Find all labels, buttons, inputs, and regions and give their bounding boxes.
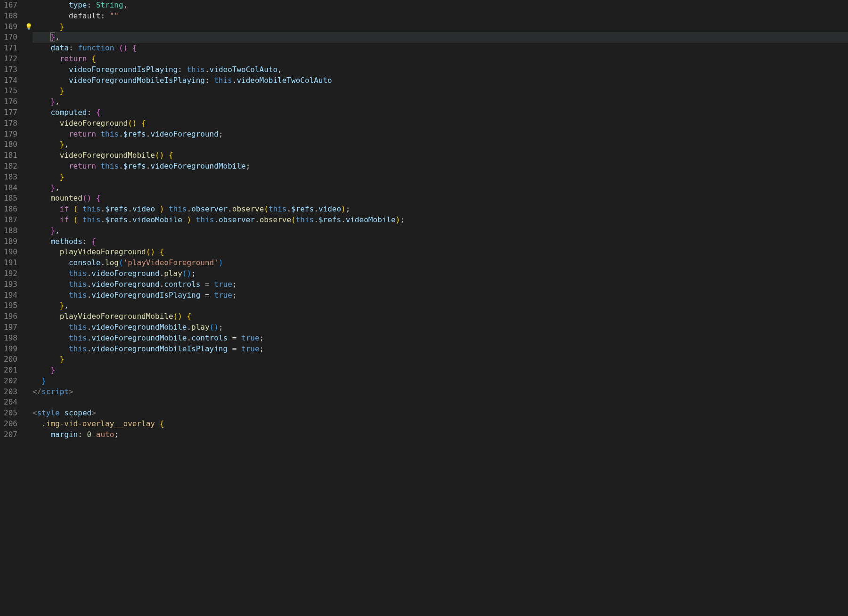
- line-number[interactable]: 185: [4, 193, 17, 204]
- code-line[interactable]: videoForeground() {: [33, 118, 848, 129]
- code-content-area[interactable]: type: String, default: "" } }, data: fun…: [33, 0, 848, 616]
- line-number[interactable]: 174: [4, 75, 17, 86]
- fold-cell: [26, 54, 33, 65]
- line-number[interactable]: 175: [4, 86, 17, 97]
- code-line[interactable]: </script>: [33, 387, 848, 397]
- fold-cell: [26, 32, 33, 43]
- code-line[interactable]: if ( this.$refs.video ) this.observer.ob…: [33, 204, 848, 215]
- line-number[interactable]: 196: [4, 311, 17, 322]
- code-line[interactable]: return {: [33, 54, 848, 65]
- line-number[interactable]: 187: [4, 215, 17, 226]
- line-number[interactable]: 189: [4, 236, 17, 247]
- code-line[interactable]: mounted() {: [33, 193, 848, 204]
- fold-cell: [26, 204, 33, 215]
- code-line[interactable]: this.videoForegroundMobile.controls = tr…: [33, 333, 848, 344]
- line-number[interactable]: 173: [4, 65, 17, 75]
- line-number[interactable]: 193: [4, 279, 17, 290]
- line-number[interactable]: 188: [4, 226, 17, 236]
- code-line[interactable]: margin: 0 auto;: [33, 430, 848, 440]
- lightbulb-icon[interactable]: 💡: [25, 22, 32, 32]
- line-number[interactable]: 168: [4, 11, 17, 22]
- line-number[interactable]: 176: [4, 97, 17, 107]
- line-number[interactable]: 167: [4, 0, 17, 11]
- fold-cell: [26, 268, 33, 279]
- line-number[interactable]: 170: [4, 32, 17, 43]
- line-number[interactable]: 195: [4, 300, 17, 311]
- code-line[interactable]: playVideoForegroundMobile() {: [33, 311, 848, 322]
- code-line[interactable]: }: [33, 365, 848, 376]
- code-line[interactable]: },: [33, 300, 848, 311]
- code-line[interactable]: return this.$refs.videoForegroundMobile;: [33, 161, 848, 172]
- code-line[interactable]: },: [33, 139, 848, 150]
- line-number[interactable]: 202: [4, 376, 17, 387]
- line-number[interactable]: 181: [4, 150, 17, 161]
- code-line[interactable]: }: [33, 354, 848, 365]
- fold-cell: 💡: [26, 22, 33, 32]
- line-number[interactable]: 177: [4, 107, 17, 118]
- code-line[interactable]: if ( this.$refs.videoMobile ) this.obser…: [33, 215, 848, 226]
- code-line[interactable]: videoForegroundIsPlaying: this.videoTwoC…: [33, 65, 848, 75]
- code-line[interactable]: [33, 397, 848, 408]
- code-line[interactable]: this.videoForegroundMobileIsPlaying = tr…: [33, 344, 848, 355]
- line-number[interactable]: 178: [4, 118, 17, 129]
- line-number[interactable]: 186: [4, 204, 17, 215]
- line-number[interactable]: 190: [4, 247, 17, 258]
- line-number[interactable]: 182: [4, 161, 17, 172]
- fold-cell: [26, 258, 33, 268]
- code-editor[interactable]: 1671681691701711721731741751761771781791…: [0, 0, 848, 616]
- code-line[interactable]: }: [33, 86, 848, 97]
- fold-cell: [26, 226, 33, 236]
- code-line[interactable]: this.videoForeground.play();: [33, 268, 848, 279]
- line-number[interactable]: 205: [4, 408, 17, 419]
- code-line[interactable]: type: String,: [33, 0, 848, 11]
- line-number[interactable]: 204: [4, 397, 17, 408]
- line-number[interactable]: 180: [4, 139, 17, 150]
- code-line[interactable]: },: [33, 226, 848, 236]
- code-line[interactable]: }: [33, 172, 848, 183]
- code-line[interactable]: }: [33, 376, 848, 387]
- line-number[interactable]: 200: [4, 354, 17, 365]
- fold-cell: [26, 65, 33, 75]
- code-line[interactable]: },: [33, 183, 848, 194]
- line-number[interactable]: 207: [4, 430, 17, 440]
- code-line[interactable]: <style scoped>: [33, 408, 848, 419]
- line-number[interactable]: 194: [4, 290, 17, 301]
- fold-cell: [26, 172, 33, 183]
- code-line[interactable]: data: function () {: [33, 43, 848, 54]
- code-line[interactable]: console.log('playVideoForeground'): [33, 258, 848, 268]
- line-number[interactable]: 197: [4, 322, 17, 333]
- line-number[interactable]: 171: [4, 43, 17, 54]
- fold-cell: [26, 161, 33, 172]
- fold-cell: [26, 290, 33, 301]
- code-line[interactable]: },: [33, 32, 848, 43]
- line-number[interactable]: 198: [4, 333, 17, 344]
- code-line[interactable]: this.videoForegroundMobile.play();: [33, 322, 848, 333]
- code-line[interactable]: computed: {: [33, 107, 848, 118]
- line-number[interactable]: 203: [4, 387, 17, 397]
- line-number[interactable]: 199: [4, 344, 17, 355]
- line-number[interactable]: 184: [4, 183, 17, 194]
- code-line[interactable]: return this.$refs.videoForeground;: [33, 129, 848, 140]
- code-line[interactable]: this.videoForegroundIsPlaying = true;: [33, 290, 848, 301]
- line-number[interactable]: 191: [4, 258, 17, 268]
- code-line[interactable]: methods: {: [33, 236, 848, 247]
- line-number-gutter[interactable]: 1671681691701711721731741751761771781791…: [0, 0, 26, 616]
- folding-column[interactable]: 💡: [26, 0, 33, 616]
- code-line[interactable]: this.videoForeground.controls = true;: [33, 279, 848, 290]
- fold-cell: [26, 43, 33, 54]
- line-number[interactable]: 206: [4, 419, 17, 430]
- code-line[interactable]: videoForegroundMobile() {: [33, 150, 848, 161]
- code-line[interactable]: }: [33, 22, 848, 32]
- line-number[interactable]: 192: [4, 268, 17, 279]
- line-number[interactable]: 169: [4, 22, 17, 32]
- line-number[interactable]: 183: [4, 172, 17, 183]
- code-line[interactable]: videoForegroundMobileIsPlaying: this.vid…: [33, 75, 848, 86]
- code-line[interactable]: .img-vid-overlay__overlay {: [33, 419, 848, 430]
- code-line[interactable]: },: [33, 97, 848, 107]
- fold-cell: [26, 107, 33, 118]
- code-line[interactable]: default: "": [33, 11, 848, 22]
- line-number[interactable]: 201: [4, 365, 17, 376]
- line-number[interactable]: 179: [4, 129, 17, 140]
- code-line[interactable]: playVideoForeground() {: [33, 247, 848, 258]
- line-number[interactable]: 172: [4, 54, 17, 65]
